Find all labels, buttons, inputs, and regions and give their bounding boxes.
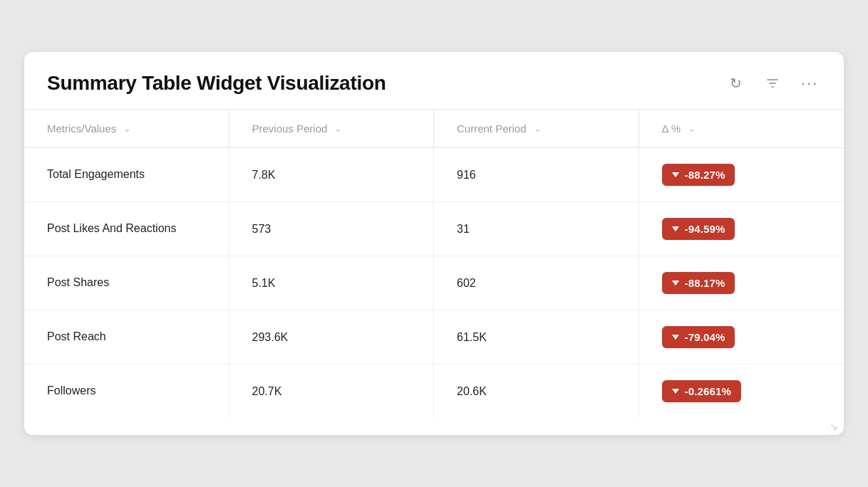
table-header-row: Metrics/Values ⌄ Previous Period ⌄ Curre… (24, 110, 844, 148)
filter-icon[interactable] (761, 72, 784, 95)
cell-previous: 7.8K (229, 148, 435, 201)
cell-metric: Followers (24, 365, 229, 418)
data-table: Metrics/Values ⌄ Previous Period ⌄ Curre… (24, 110, 844, 418)
column-header-metric[interactable]: Metrics/Values ⌄ (24, 110, 229, 147)
cell-metric: Total Engagements (24, 148, 229, 201)
table-row: Followers20.7K20.6K-0.2661% (24, 365, 844, 418)
table-row: Post Shares5.1K602-88.17% (24, 256, 844, 310)
table-row: Total Engagements7.8K916-88.27% (24, 148, 844, 202)
delta-value: -0.2661% (685, 385, 731, 397)
cell-current: 602 (434, 256, 639, 310)
delta-badge: -79.04% (662, 326, 735, 348)
table-row: Post Reach293.6K61.5K-79.04% (24, 310, 844, 365)
cell-current: 916 (434, 148, 639, 201)
metric-name-label: Post Shares (47, 275, 109, 290)
delta-value: -94.59% (685, 223, 725, 235)
cell-metric: Post Shares (24, 256, 229, 310)
widget-header: Summary Table Widget Visualization ↻ ··· (24, 52, 844, 110)
arrow-down-icon (672, 281, 679, 286)
resize-handle-icon[interactable]: ↘ (830, 421, 838, 432)
summary-table-widget: Summary Table Widget Visualization ↻ ···… (24, 52, 844, 435)
table-row: Post Likes And Reactions57331-94.59% (24, 202, 844, 256)
column-header-delta[interactable]: Δ % ⌄ (639, 110, 844, 147)
delta-badge: -88.27% (662, 164, 735, 186)
cell-previous: 20.7K (229, 365, 435, 418)
cell-previous: 573 (229, 202, 435, 256)
delta-badge: -0.2661% (662, 380, 741, 402)
metric-name-label: Post Likes And Reactions (47, 221, 176, 236)
delta-value: -88.27% (685, 169, 725, 181)
cell-delta: -94.59% (639, 202, 844, 256)
cell-metric: Post Reach (24, 310, 229, 364)
chevron-down-icon: ⌄ (334, 123, 342, 134)
delta-badge: -88.17% (662, 272, 735, 294)
refresh-icon[interactable]: ↻ (724, 72, 747, 95)
cell-delta: -0.2661% (639, 365, 844, 418)
column-header-previous[interactable]: Previous Period ⌄ (229, 110, 435, 147)
chevron-down-icon: ⌄ (688, 123, 696, 134)
cell-current: 20.6K (434, 365, 639, 418)
widget-footer: ↘ (24, 418, 844, 435)
metric-name-label: Post Reach (47, 329, 106, 345)
cell-current: 31 (434, 202, 639, 256)
cell-metric: Post Likes And Reactions (24, 202, 229, 256)
delta-value: -88.17% (685, 277, 725, 289)
arrow-down-icon (672, 226, 679, 231)
arrow-down-icon (672, 172, 679, 177)
arrow-down-icon (672, 389, 679, 394)
more-options-icon[interactable]: ··· (798, 72, 821, 95)
chevron-down-icon: ⌄ (123, 123, 131, 134)
cell-delta: -79.04% (639, 310, 844, 364)
column-label-metric: Metrics/Values (47, 122, 116, 135)
metric-name-label: Followers (47, 383, 95, 399)
metric-name-label: Total Engagements (47, 167, 145, 182)
widget-title: Summary Table Widget Visualization (47, 72, 386, 95)
cell-delta: -88.17% (639, 256, 844, 310)
delta-badge: -94.59% (662, 218, 735, 240)
cell-delta: -88.27% (639, 148, 844, 201)
column-label-current: Current Period (457, 122, 527, 135)
header-actions: ↻ ··· (724, 72, 821, 95)
column-label-delta: Δ % (662, 122, 681, 135)
column-header-current[interactable]: Current Period ⌄ (434, 110, 639, 147)
table-body: Total Engagements7.8K916-88.27%Post Like… (24, 148, 844, 418)
column-label-previous: Previous Period (252, 122, 328, 135)
cell-previous: 5.1K (229, 256, 435, 310)
delta-value: -79.04% (685, 331, 725, 343)
arrow-down-icon (672, 335, 679, 340)
cell-previous: 293.6K (229, 310, 435, 364)
cell-current: 61.5K (434, 310, 639, 364)
chevron-down-icon: ⌄ (534, 123, 542, 134)
